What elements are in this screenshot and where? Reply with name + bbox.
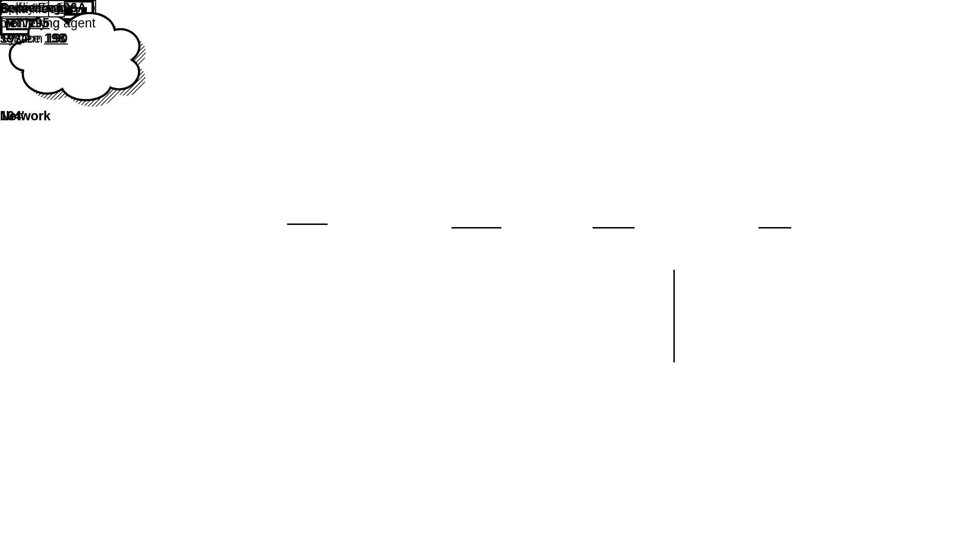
server-106-footer-ref: 106	[56, 0, 77, 15]
diagram-canvas: Computing Environment 15 Application Dat…	[0, 0, 980, 552]
server-106-footer: Server 106	[0, 0, 77, 15]
network2-ref: 104'	[0, 108, 25, 124]
server-106-footer-name: Server	[0, 0, 40, 15]
